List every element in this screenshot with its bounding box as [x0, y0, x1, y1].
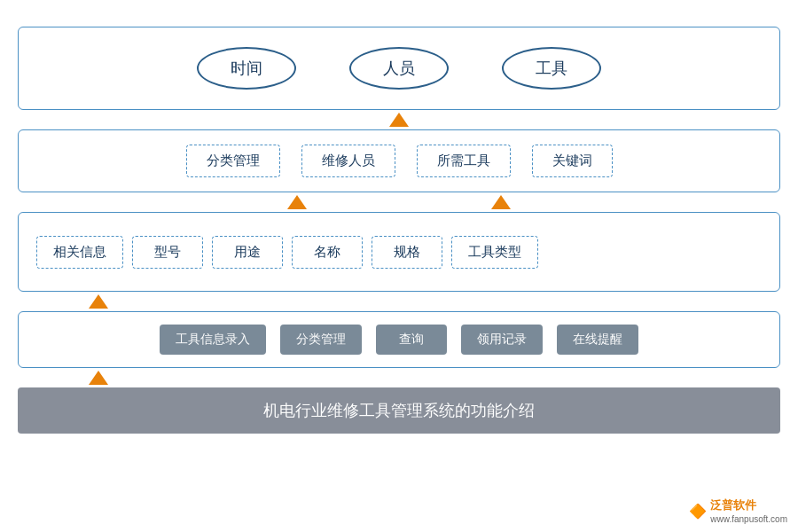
- dashed-keyword: 关键词: [532, 145, 613, 177]
- main-container: 时间 人员 工具 分类管理 维修人员 所需工具 关键词 相关信息 型号 用途 名…: [18, 27, 780, 434]
- dashed-repair-person: 维修人员: [301, 145, 395, 177]
- arrow-up-icon-3: [491, 195, 511, 209]
- arrow-up-icon-5: [89, 371, 108, 385]
- grid-tool-type: 工具类型: [451, 236, 538, 269]
- dashed-required-tools: 所需工具: [417, 145, 511, 177]
- watermark-info: 泛普软件 www.fanpusoft.com: [710, 497, 787, 525]
- grid-model: 型号: [132, 236, 203, 269]
- oval-time: 时间: [197, 47, 296, 90]
- layer-grid: 相关信息 型号 用途 名称 规格 工具类型: [18, 212, 780, 292]
- btn-borrow-record[interactable]: 领用记录: [461, 325, 543, 355]
- oval-tool: 工具: [502, 47, 601, 90]
- arrow-up-icon-2: [287, 195, 307, 209]
- grid-name: 名称: [292, 236, 363, 269]
- arrow-grid-to-dashed: [18, 192, 780, 212]
- arrow-up-icon: [389, 113, 409, 127]
- grid-related-info: 相关信息: [36, 236, 123, 269]
- grid-spec: 规格: [372, 236, 442, 269]
- arrow-buttons-to-grid: [18, 292, 780, 311]
- btn-query[interactable]: 查询: [376, 325, 447, 355]
- arrow-ovals-to-dashed: [18, 110, 780, 129]
- oval-person: 人员: [349, 47, 449, 90]
- watermark-site: www.fanpusoft.com: [710, 513, 787, 525]
- watermark-icon: 🔶: [689, 503, 707, 520]
- arrow-banner-up: [18, 368, 780, 387]
- btn-category[interactable]: 分类管理: [280, 325, 362, 355]
- watermark-logo: 泛普软件: [710, 497, 787, 513]
- grid-use: 用途: [212, 236, 283, 269]
- layer-ovals: 时间 人员 工具: [18, 27, 780, 110]
- layer-buttons: 工具信息录入 分类管理 查询 领用记录 在线提醒: [18, 311, 780, 368]
- layer-dashed-row: 分类管理 维修人员 所需工具 关键词: [18, 129, 780, 192]
- banner-title: 机电行业维修工具管理系统的功能介绍: [263, 400, 535, 421]
- btn-online-reminder[interactable]: 在线提醒: [557, 325, 638, 355]
- watermark: 🔶 泛普软件 www.fanpusoft.com: [689, 497, 787, 525]
- dashed-category-mgmt: 分类管理: [186, 145, 280, 177]
- bottom-banner: 机电行业维修工具管理系统的功能介绍: [18, 387, 780, 434]
- arrow-up-icon-4: [89, 294, 108, 309]
- btn-tool-entry[interactable]: 工具信息录入: [160, 325, 266, 355]
